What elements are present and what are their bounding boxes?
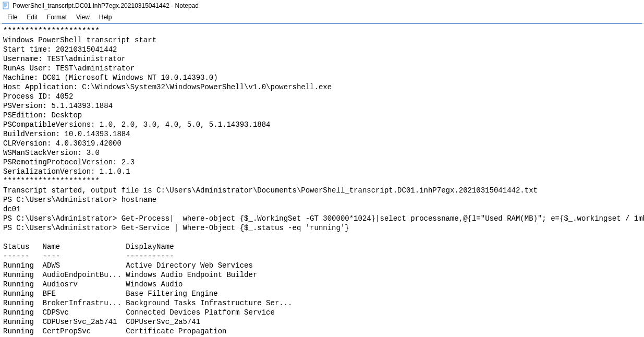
notepad-icon <box>2 2 10 10</box>
document-text[interactable]: ********************** Windows PowerShel… <box>3 26 641 336</box>
menu-file[interactable]: File <box>3 13 21 22</box>
menu-help[interactable]: Help <box>95 13 116 22</box>
title-bar: PowerShell_transcript.DC01.inhP7egx.2021… <box>0 0 644 11</box>
menu-view[interactable]: View <box>72 13 94 22</box>
window-title: PowerShell_transcript.DC01.inhP7egx.2021… <box>13 2 199 9</box>
menu-bar: File Edit Format View Help <box>0 11 644 23</box>
menu-edit[interactable]: Edit <box>22 13 42 22</box>
menu-format[interactable]: Format <box>43 13 71 22</box>
notepad-window: PowerShell_transcript.DC01.inhP7egx.2021… <box>0 0 644 337</box>
text-area[interactable]: ********************** Windows PowerShel… <box>0 24 644 337</box>
